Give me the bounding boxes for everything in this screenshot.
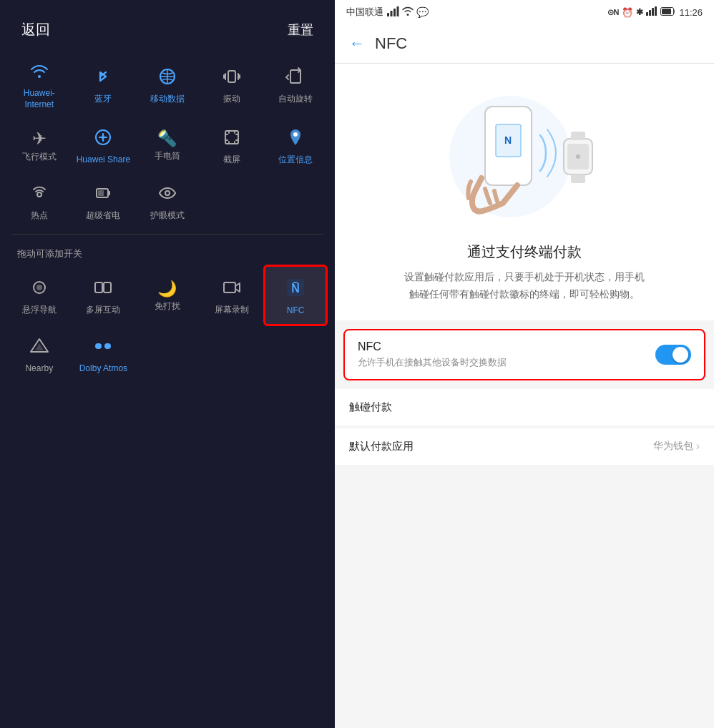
- svg-point-7: [37, 192, 41, 197]
- bt-status-icon: ✱: [636, 7, 643, 17]
- svg-rect-25: [393, 9, 396, 16]
- svg-text:N: N: [291, 282, 300, 295]
- tile-dolby-label: Dolby Atmos: [79, 363, 127, 375]
- tile-vibrate-label: 振动: [223, 94, 240, 105]
- tile-screen-record[interactable]: 屏幕录制: [200, 265, 264, 326]
- left-panel: 返回 重置 Huawei-Internet 蓝牙: [0, 0, 335, 728]
- svg-point-6: [293, 132, 298, 137]
- tile-airplane[interactable]: ✈ 飞行模式: [7, 117, 72, 173]
- super-battery-icon: [93, 183, 113, 206]
- nfc-toggle-switch[interactable]: [655, 345, 691, 365]
- tile-no-disturb[interactable]: 🌙 免打扰: [135, 265, 200, 326]
- tile-hotspot-label: 热点: [31, 210, 48, 222]
- svg-point-4: [101, 135, 105, 139]
- tile-floating-nav[interactable]: 悬浮导航: [7, 265, 72, 326]
- nfc-status-icon: ⊙N: [607, 8, 620, 17]
- time-display: 11:26: [679, 7, 703, 18]
- tile-hotspot[interactable]: 热点: [7, 173, 72, 229]
- quick-tiles-grid: Huawei-Internet 蓝牙 移动数据: [0, 51, 335, 228]
- section-label: 拖动可添加开关: [0, 240, 335, 265]
- contactless-payment-section: 触碰付款: [335, 389, 714, 426]
- huawei-share-icon: [93, 127, 113, 150]
- svg-rect-5: [225, 131, 238, 144]
- screenshot-icon: [222, 127, 242, 150]
- svg-rect-16: [224, 282, 235, 292]
- nfc-toggle-desc: 允许手机在接触其他设备时交换数据: [358, 356, 507, 369]
- status-bar: 中国联通 💬 ⊙N ⏰ ✱: [335, 0, 714, 24]
- tile-auto-rotate-label: 自动旋转: [278, 94, 313, 105]
- signal-bar-icon: [646, 6, 657, 18]
- svg-rect-23: [387, 13, 389, 16]
- svg-rect-30: [655, 6, 657, 16]
- alarm-icon: ⏰: [622, 7, 633, 18]
- svg-rect-10: [98, 190, 104, 196]
- tile-nearby[interactable]: Nearby: [7, 326, 72, 382]
- nfc-toggle-section: NFC 允许手机在接触其他设备时交换数据: [343, 329, 705, 380]
- nearby-icon: [29, 336, 49, 359]
- mobile-data-icon: [157, 67, 177, 89]
- tile-screenshot[interactable]: 截屏: [200, 117, 264, 173]
- nfc-toggle-text: NFC 允许手机在接触其他设备时交换数据: [358, 340, 507, 369]
- dolby-icon: [93, 336, 113, 359]
- tile-nfc-label: NFC: [287, 305, 305, 317]
- vibrate-icon: [222, 67, 242, 89]
- svg-rect-29: [652, 8, 654, 16]
- tile-torch-label: 手电筒: [155, 151, 180, 162]
- left-header: 返回 重置: [0, 0, 335, 51]
- tile-nfc[interactable]: N NFC: [263, 265, 328, 326]
- tile-huawei-share[interactable]: Huawei Share: [72, 117, 136, 173]
- tile-location-label: 位置信息: [278, 154, 313, 166]
- svg-rect-26: [397, 6, 399, 16]
- svg-point-39: [576, 154, 580, 159]
- default-payment-app: 华为钱包: [653, 440, 693, 453]
- reset-button[interactable]: 重置: [288, 21, 313, 39]
- status-right: ⊙N ⏰ ✱ 11:26: [607, 6, 703, 18]
- nfc-main-title: 通过支付终端付款: [349, 242, 700, 262]
- multi-screen-icon: [93, 277, 113, 300]
- tile-mobile-data[interactable]: 移动数据: [135, 51, 200, 117]
- svg-rect-28: [649, 10, 651, 16]
- chevron-right-icon: ›: [696, 440, 700, 453]
- nfc-header: ← NFC: [335, 24, 714, 64]
- svg-rect-40: [571, 132, 585, 140]
- tile-floating-nav-label: 悬浮导航: [22, 305, 57, 316]
- tile-screen-record-label: 屏幕录制: [215, 305, 249, 316]
- add-tiles-grid: 悬浮导航 多屏互动 🌙 免打扰 屏幕录制: [0, 265, 335, 381]
- tile-location[interactable]: 位置信息: [263, 117, 328, 173]
- auto-rotate-icon: [285, 67, 305, 89]
- screen-record-icon: [222, 277, 242, 300]
- location-icon: [285, 127, 305, 150]
- tile-dolby[interactable]: Dolby Atmos: [72, 326, 136, 382]
- tile-wifi[interactable]: Huawei-Internet: [7, 51, 72, 117]
- tile-eye-protect[interactable]: 护眼模式: [135, 173, 200, 229]
- tile-multi-screen-label: 多屏互动: [86, 305, 120, 316]
- airplane-icon: ✈: [32, 130, 47, 147]
- contactless-payment-title: 触碰付款: [349, 400, 700, 414]
- default-payment-value: 华为钱包 ›: [653, 440, 700, 453]
- svg-rect-14: [95, 282, 102, 292]
- moon-icon: 🌙: [157, 281, 177, 297]
- svg-rect-9: [108, 191, 110, 195]
- status-left: 中国联通 💬: [346, 6, 429, 19]
- tile-super-battery-label: 超级省电: [86, 210, 120, 222]
- nfc-toggle-label: NFC: [358, 340, 507, 353]
- back-button[interactable]: 返回: [21, 20, 50, 39]
- tile-auto-rotate[interactable]: 自动旋转: [263, 51, 328, 117]
- nfc-tile-icon: N: [285, 277, 306, 301]
- tile-no-disturb-label: 免打扰: [155, 301, 180, 313]
- tile-torch[interactable]: 🔦 手电筒: [135, 117, 200, 173]
- torch-icon: 🔦: [157, 131, 177, 147]
- default-payment-section[interactable]: 默认付款应用 华为钱包 ›: [335, 428, 714, 465]
- nfc-illustration: N: [335, 64, 714, 242]
- tile-vibrate[interactable]: 振动: [200, 51, 264, 117]
- toggle-knob: [673, 347, 688, 363]
- tile-multi-screen[interactable]: 多屏互动: [72, 265, 136, 326]
- carrier-name: 中国联通: [346, 6, 383, 19]
- tile-super-battery[interactable]: 超级省电: [72, 173, 136, 229]
- tile-huawei-share-label: Huawei Share: [77, 154, 130, 166]
- tile-bluetooth[interactable]: 蓝牙: [72, 51, 136, 117]
- right-panel: 中国联通 💬 ⊙N ⏰ ✱: [335, 0, 714, 728]
- nfc-back-arrow[interactable]: ←: [349, 34, 365, 53]
- bluetooth-icon: [93, 67, 113, 89]
- wifi-status-icon: [402, 6, 414, 18]
